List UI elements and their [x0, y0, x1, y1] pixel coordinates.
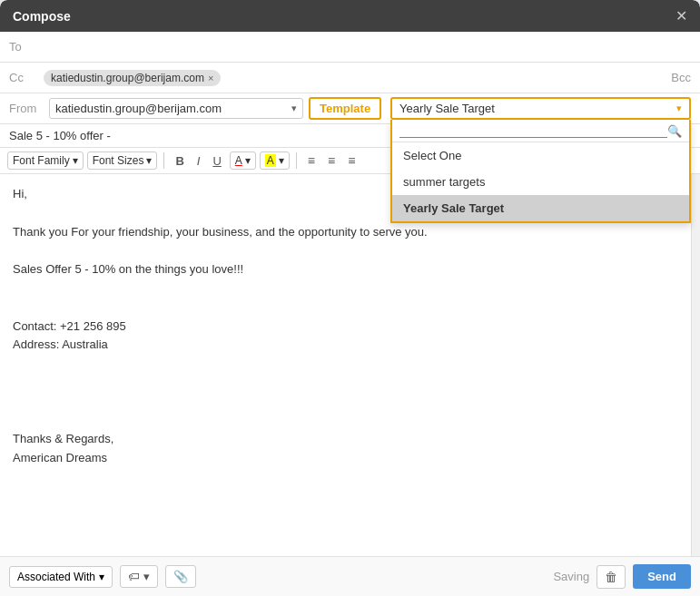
toolbar-separator-1 [163, 152, 164, 169]
template-option-yearly-sale-target[interactable]: Yearly Sale Target [392, 195, 689, 221]
body-line2: Sales Offer 5 - 10% on the things you lo… [13, 260, 678, 279]
saving-status: Saving [553, 570, 589, 583]
font-sizes-dropdown[interactable]: Font Sizes ▾ [87, 151, 158, 170]
bold-button[interactable]: B [171, 152, 188, 170]
font-family-label: Font Family [13, 154, 70, 167]
align-center-button[interactable]: ≡ [323, 151, 340, 170]
font-sizes-label: Font Sizes [93, 154, 144, 167]
from-label: From [9, 102, 44, 115]
cc-remove-button[interactable]: × [208, 73, 213, 83]
cc-field: katiedustin.group@berijam.com × [44, 70, 671, 86]
compose-body[interactable]: Hi, Thank you For your friendship, your … [0, 174, 691, 556]
cc-email: katiedustin.group@berijam.com [51, 72, 204, 84]
from-select[interactable]: katiedustin.group@berijam.com ▾ [49, 98, 303, 119]
body-closing: Thanks & Regards, [13, 430, 678, 449]
highlight-label: A [265, 154, 276, 167]
main-content-row: Hi, Thank you For your friendship, your … [0, 174, 700, 556]
to-row: To [0, 32, 700, 63]
delete-button[interactable]: 🗑 [596, 565, 626, 589]
align-right-button[interactable]: ≡ [343, 151, 360, 170]
font-color-dropdown[interactable]: A ▾ [230, 151, 256, 170]
highlight-dropdown[interactable]: A ▾ [260, 151, 290, 170]
from-email: katiedustin.group@berijam.com [55, 102, 291, 115]
from-chevron-icon: ▾ [291, 103, 297, 114]
to-label: To [9, 40, 44, 54]
compose-footer: Associated With ▾ 🏷 ▾ 📎 Saving 🗑 Send [0, 556, 700, 596]
close-button[interactable]: ✕ [675, 7, 687, 24]
template-chevron-icon: ▾ [676, 103, 682, 114]
font-family-dropdown[interactable]: Font Family ▾ [7, 151, 84, 170]
underline-button[interactable]: U [208, 152, 225, 170]
compose-window: Compose ✕ To Cc katiedustin.group@berija… [0, 0, 700, 596]
attach-button[interactable]: 📎 [165, 565, 196, 588]
font-sizes-chevron-icon: ▾ [146, 154, 152, 167]
template-option-summer-targets[interactable]: summer targets [392, 169, 689, 195]
sale-text: Sale 5 - 10% offer - [9, 129, 111, 142]
body-line1: Thank you For your friendship, your busi… [13, 223, 678, 242]
font-color-chevron-icon: ▾ [245, 154, 251, 167]
body-sender: American Dreams [13, 449, 678, 468]
align-left-button[interactable]: ≡ [303, 151, 320, 170]
font-family-chevron-icon: ▾ [73, 154, 78, 167]
window-title: Compose [13, 9, 71, 24]
compose-header: Compose ✕ [0, 0, 700, 32]
template-popup: 🔍 Select One summer targets Yearly Sale … [390, 120, 691, 223]
template-dropdown-wrap: Yearly Sale Target ▾ 🔍 Select One summer… [390, 97, 691, 120]
body-address: Address: Australia [13, 336, 678, 355]
scrollbar[interactable] [691, 174, 700, 556]
toolbar-separator-2 [296, 152, 297, 169]
highlight-chevron-icon: ▾ [279, 154, 284, 167]
send-button[interactable]: Send [633, 564, 691, 589]
search-icon: 🔍 [667, 124, 682, 138]
associated-with-button[interactable]: Associated With ▾ [9, 566, 113, 588]
cc-label: Cc [9, 71, 44, 84]
template-dropdown-trigger[interactable]: Yearly Sale Target ▾ [390, 97, 691, 120]
cc-chip: katiedustin.group@berijam.com × [44, 70, 221, 86]
italic-button[interactable]: I [192, 152, 205, 170]
template-button[interactable]: Template [309, 97, 381, 120]
body-contact: Contact: +21 256 895 [13, 318, 678, 337]
tag-button[interactable]: 🏷 ▾ [120, 565, 158, 588]
template-option-select-one[interactable]: Select One [392, 142, 689, 169]
from-row: From katiedustin.group@berijam.com ▾ Tem… [0, 93, 700, 124]
font-color-label: A [235, 154, 242, 167]
associated-with-chevron-icon: ▾ [99, 571, 104, 583]
template-search-row: 🔍 [392, 120, 689, 142]
template-selected: Yearly Sale Target [399, 102, 676, 115]
associated-with-label: Associated With [17, 571, 95, 583]
bcc-link[interactable]: Bcc [671, 71, 691, 84]
template-search-input[interactable] [399, 123, 667, 138]
cc-row: Cc katiedustin.group@berijam.com × Bcc [0, 63, 700, 93]
